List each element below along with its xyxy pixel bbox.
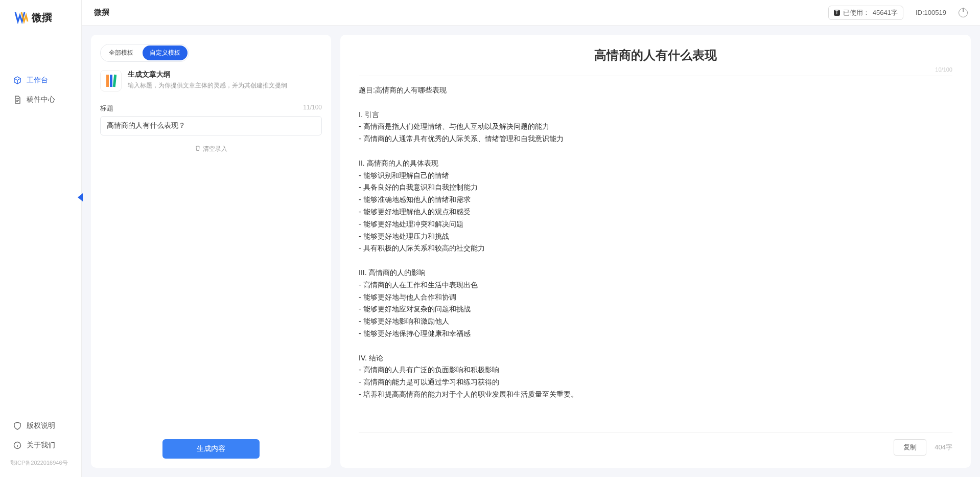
- generate-button[interactable]: 生成内容: [162, 439, 260, 459]
- usage-value: 45641字: [873, 8, 898, 17]
- template-card: 生成文章大纲 输入标题，为你提供文章主体的灵感，并为其创建推文提纲: [100, 70, 322, 92]
- nav-item-about[interactable]: 关于我们: [5, 436, 76, 455]
- nav-main: 工作台 稿件中心: [0, 71, 81, 416]
- nav-item-label: 稿件中心: [27, 95, 55, 104]
- usage-pill[interactable]: T 已使用：45641字: [828, 6, 903, 20]
- info-icon: [13, 441, 21, 449]
- template-desc: 输入标题，为你提供文章主体的灵感，并为其创建推文提纲: [128, 81, 287, 90]
- collapse-sidebar-handle[interactable]: [78, 193, 83, 201]
- tab-all-templates[interactable]: 全部模板: [102, 46, 141, 60]
- clear-input-button[interactable]: 清空录入: [100, 145, 322, 153]
- title-input[interactable]: [100, 116, 322, 135]
- logo-icon: [14, 10, 29, 25]
- usage-badge: T: [834, 10, 840, 16]
- user-id: ID:100519: [916, 9, 946, 16]
- input-panel: 全部模板 自定义模板 生成文章大纲 输入标题，为你提供文章主体的灵感，并为其创建…: [91, 35, 331, 468]
- svg-rect-1: [106, 75, 109, 87]
- output-panel: 高情商的人有什么表现 10/100 题目:高情商的人有哪些表现 I. 引言 - …: [340, 35, 971, 468]
- svg-rect-3: [113, 75, 116, 87]
- copy-button[interactable]: 复制: [894, 439, 926, 456]
- output-body: 题目:高情商的人有哪些表现 I. 引言 - 高情商是指人们处理情绪、与他人互动以…: [359, 84, 952, 427]
- logo[interactable]: 微撰: [0, 10, 81, 40]
- output-title: 高情商的人有什么表现: [359, 47, 952, 63]
- nav-item-label: 工作台: [27, 76, 48, 85]
- page-title: 微撰: [94, 8, 109, 17]
- power-icon[interactable]: [959, 8, 968, 17]
- trash-icon: [195, 145, 201, 153]
- nav-item-drafts[interactable]: 稿件中心: [5, 90, 76, 109]
- shield-icon: [13, 422, 21, 430]
- title-field-label: 标题: [100, 104, 113, 113]
- output-count-meta: 10/100: [359, 66, 952, 76]
- nav-item-workbench[interactable]: 工作台: [5, 71, 76, 90]
- sidebar: 微撰 工作台 稿件中心 版权说明: [0, 0, 82, 477]
- output-word-count: 404字: [935, 443, 952, 452]
- nav-item-copyright[interactable]: 版权说明: [5, 416, 76, 436]
- doc-icon: [13, 96, 21, 104]
- topbar: 微撰 T 已使用：45641字 ID:100519: [82, 0, 980, 26]
- clear-label: 清空录入: [203, 145, 227, 153]
- nav-item-label: 版权说明: [27, 421, 55, 430]
- cube-icon: [13, 76, 21, 84]
- icp-text: 鄂ICP备2022016946号: [0, 455, 81, 467]
- template-title: 生成文章大纲: [128, 70, 287, 79]
- nav-item-label: 关于我们: [27, 441, 55, 450]
- usage-label: 已使用：: [843, 8, 870, 17]
- template-tabs: 全部模板 自定义模板: [100, 44, 189, 62]
- template-thumb-icon: [100, 70, 122, 92]
- svg-rect-2: [110, 75, 112, 87]
- tab-custom-templates[interactable]: 自定义模板: [143, 46, 188, 60]
- title-char-count: 11/100: [303, 104, 322, 113]
- logo-text: 微撰: [32, 11, 52, 25]
- nav-bottom: 版权说明 关于我们: [0, 416, 81, 455]
